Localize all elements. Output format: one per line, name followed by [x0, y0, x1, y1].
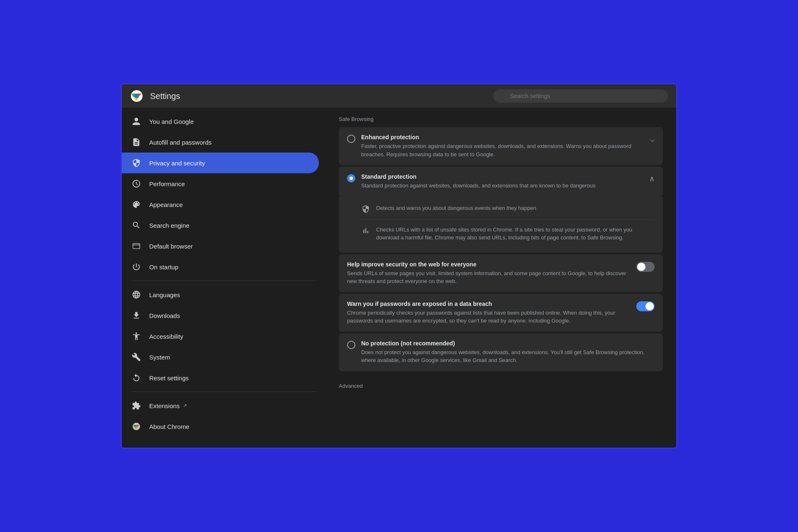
- enhanced-desc: Faster, proactive protection against dan…: [361, 142, 644, 158]
- standard-radio[interactable]: [347, 174, 355, 182]
- advanced-section-label: Advanced: [339, 373, 663, 392]
- svg-point-2: [135, 94, 139, 98]
- warn-passwords-content: Warn you if passwords are exposed in a d…: [347, 300, 631, 325]
- sidebar-label-reset: Reset settings: [149, 374, 189, 382]
- sidebar-item-system[interactable]: System: [122, 347, 319, 367]
- sidebar-item-privacy[interactable]: Privacy and security: [122, 153, 319, 173]
- extensions-label-wrap: Extensions ↗: [149, 402, 187, 409]
- sidebar-label-system: System: [149, 354, 170, 361]
- sidebar-label-downloads: Downloads: [149, 312, 180, 319]
- sub-divider: [361, 219, 655, 220]
- puzzle-icon: [132, 401, 141, 410]
- improve-security-toggle[interactable]: [636, 262, 655, 272]
- sidebar-item-about-chrome[interactable]: About Chrome: [122, 416, 319, 437]
- content-area: Safe Browsing Enhanced protection Faster…: [325, 108, 676, 448]
- standard-desc: Standard protection against websites, do…: [361, 182, 643, 190]
- enhanced-title: Enhanced protection: [361, 134, 644, 140]
- browser-icon: [132, 241, 141, 251]
- sidebar-divider-2: [132, 392, 315, 392]
- warn-passwords-toggle[interactable]: [636, 301, 655, 311]
- sidebar-label-privacy: Privacy and security: [149, 160, 205, 167]
- no-protection-radio[interactable]: [347, 341, 355, 349]
- sidebar-label-you-and-google: You and Google: [149, 118, 194, 125]
- sidebar-item-you-and-google[interactable]: You and Google: [122, 111, 319, 132]
- autofill-icon: [132, 138, 141, 147]
- no-protection-title: No protection (not recommended): [361, 340, 655, 347]
- download-icon: [132, 311, 141, 320]
- sidebar-item-reset[interactable]: Reset settings: [122, 367, 319, 388]
- warn-passwords-row: Warn you if passwords are exposed in a d…: [339, 294, 663, 332]
- enhanced-protection-option[interactable]: Enhanced protection Faster, proactive pr…: [339, 127, 663, 165]
- external-link-icon: ↗: [183, 403, 187, 409]
- sidebar-label-languages: Languages: [149, 291, 180, 298]
- sub-item-urls: Checks URLs with a list of unsafe sites …: [361, 222, 655, 246]
- sidebar-item-autofill[interactable]: Autofill and passwords: [122, 132, 319, 153]
- improve-security-desc: Sends URLs of some pages you visit, limi…: [347, 269, 631, 286]
- sidebar-item-default-browser[interactable]: Default browser: [122, 236, 319, 256]
- sidebar-item-languages[interactable]: Languages: [122, 284, 319, 305]
- search-engine-icon: [132, 221, 141, 230]
- sidebar-label-on-startup: On startup: [149, 264, 178, 271]
- globe-icon: [132, 290, 141, 299]
- svg-rect-3: [133, 244, 140, 249]
- person-icon: [132, 117, 141, 126]
- warn-passwords-title: Warn you if passwords are exposed in a d…: [347, 300, 631, 307]
- warn-passwords-desc: Chrome periodically checks your password…: [347, 309, 631, 325]
- accessibility-icon: [132, 332, 141, 341]
- sidebar: You and Google Autofill and passwords Pr…: [122, 108, 325, 448]
- standard-chevron-icon: ∧: [649, 174, 655, 183]
- startup-icon: [132, 262, 141, 271]
- sub-item-detect-text: Detects and warns you about dangerous ev…: [376, 204, 536, 212]
- reset-icon: [132, 373, 141, 382]
- sidebar-item-on-startup[interactable]: On startup: [122, 256, 319, 277]
- performance-icon: [132, 179, 141, 188]
- sub-item-urls-text: Checks URLs with a list of unsafe sites …: [376, 226, 655, 242]
- sidebar-label-about-chrome: About Chrome: [149, 423, 190, 430]
- sidebar-item-extensions[interactable]: Extensions ↗: [122, 395, 319, 416]
- shield-check-icon: [361, 204, 370, 214]
- sidebar-label-default-browser: Default browser: [149, 243, 193, 250]
- sidebar-label-autofill: Autofill and passwords: [149, 139, 212, 146]
- sidebar-label-appearance: Appearance: [149, 201, 183, 208]
- sidebar-item-accessibility[interactable]: Accessibility: [122, 326, 319, 347]
- sidebar-item-downloads[interactable]: Downloads: [122, 305, 319, 326]
- chrome-logo-icon: [130, 89, 143, 103]
- no-protection-option[interactable]: No protection (not recommended) Does not…: [339, 333, 663, 371]
- enhanced-chevron-icon: ⌵: [650, 135, 655, 144]
- improve-security-row: Help improve security on the web for eve…: [339, 254, 663, 292]
- sidebar-label-accessibility: Accessibility: [149, 333, 183, 340]
- top-bar: Settings: [122, 84, 676, 108]
- standard-protection-option[interactable]: Standard protection Standard protection …: [339, 167, 663, 197]
- no-protection-content: No protection (not recommended) Does not…: [361, 340, 655, 365]
- search-container: [493, 89, 668, 103]
- sub-item-detect: Detects and warns you about dangerous ev…: [361, 200, 655, 218]
- sidebar-item-appearance[interactable]: Appearance: [122, 194, 319, 215]
- toggle-knob: [637, 263, 645, 271]
- sidebar-label-performance: Performance: [149, 180, 185, 187]
- sidebar-divider-1: [132, 281, 315, 281]
- chrome-settings-window: Settings You and Google: [121, 83, 677, 449]
- no-protection-desc: Does not protect you against dangerous w…: [361, 348, 655, 365]
- shield-icon: [132, 158, 141, 167]
- toggle-knob-2: [645, 302, 654, 310]
- sidebar-item-performance[interactable]: Performance: [122, 173, 319, 194]
- sidebar-label-search-engine: Search engine: [149, 222, 190, 229]
- system-icon: [132, 352, 141, 362]
- page-title: Settings: [150, 91, 180, 101]
- standard-sub-items: Detects and warns you about dangerous ev…: [339, 197, 663, 253]
- appearance-icon: [132, 200, 141, 209]
- main-content: You and Google Autofill and passwords Pr…: [122, 108, 676, 448]
- about-chrome-icon: [132, 422, 141, 431]
- standard-radio-inner: [350, 177, 353, 180]
- standard-title: Standard protection: [361, 173, 643, 180]
- sidebar-item-search-engine[interactable]: Search engine: [122, 215, 319, 236]
- enhanced-content: Enhanced protection Faster, proactive pr…: [361, 134, 644, 158]
- safe-browsing-section-title: Safe Browsing: [339, 108, 663, 127]
- enhanced-radio[interactable]: [347, 135, 355, 143]
- chart-icon: [361, 226, 370, 235]
- standard-content: Standard protection Standard protection …: [361, 173, 643, 190]
- search-input[interactable]: [493, 89, 668, 103]
- sidebar-label-extensions: Extensions: [149, 402, 180, 409]
- improve-security-content: Help improve security on the web for eve…: [347, 261, 631, 286]
- improve-security-title: Help improve security on the web for eve…: [347, 261, 631, 268]
